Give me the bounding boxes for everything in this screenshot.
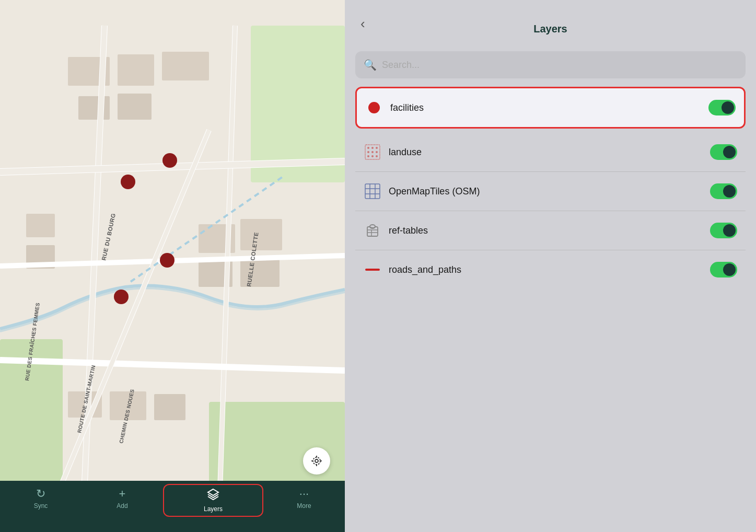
- svg-point-58: [370, 225, 375, 228]
- svg-point-49: [371, 155, 374, 157]
- layer-item-ref-tables[interactable]: ref-tables: [355, 211, 746, 250]
- svg-point-44: [376, 147, 378, 149]
- add-icon: +: [119, 488, 126, 500]
- sync-icon: ↻: [36, 488, 45, 500]
- ref-tables-label: ref-tables: [389, 225, 703, 236]
- toolbar-sync-label: Sync: [34, 502, 48, 510]
- map-toolbar: ↻ Sync + Add Layers ··· More: [0, 481, 345, 532]
- roads-label: roads_and_paths: [389, 264, 703, 275]
- svg-point-42: [367, 147, 369, 149]
- layer-item-facilities[interactable]: facilities: [355, 87, 746, 129]
- toolbar-item-sync[interactable]: ↻ Sync: [0, 488, 82, 510]
- toolbar-item-layers[interactable]: Layers: [163, 484, 263, 517]
- layers-icon: [207, 488, 219, 503]
- toolbar-more-label: More: [297, 502, 311, 510]
- svg-point-50: [376, 155, 378, 157]
- facilities-label: facilities: [390, 102, 701, 113]
- svg-rect-17: [154, 394, 185, 420]
- openmap-toggle[interactable]: [710, 183, 737, 199]
- layer-item-openmap[interactable]: OpenMapTiles (OSM): [355, 172, 746, 211]
- landuse-label: landuse: [389, 147, 703, 158]
- svg-rect-6: [162, 52, 209, 80]
- landuse-icon: [364, 143, 381, 161]
- svg-rect-13: [26, 214, 55, 237]
- more-icon: ···: [299, 488, 309, 500]
- openmap-icon: [364, 182, 381, 200]
- svg-point-43: [371, 147, 374, 149]
- svg-rect-5: [118, 54, 154, 86]
- svg-rect-7: [78, 96, 110, 120]
- facilities-toggle[interactable]: [708, 100, 736, 115]
- map-background: RUE DU BOURG RUELLE COLETTE RUE DES FRAÎ…: [0, 0, 345, 532]
- svg-rect-51: [365, 184, 380, 199]
- svg-point-48: [367, 155, 369, 157]
- roads-icon: [364, 261, 381, 279]
- facilities-icon: [365, 99, 383, 117]
- back-button[interactable]: ‹: [360, 16, 365, 32]
- map-svg: RUE DU BOURG RUELLE COLETTE RUE DES FRAÎ…: [0, 0, 345, 532]
- openmap-label: OpenMapTiles (OSM): [389, 186, 703, 197]
- toolbar-item-add[interactable]: + Add: [82, 488, 163, 510]
- layers-header: ‹ Layers: [345, 0, 756, 47]
- location-button[interactable]: [303, 447, 330, 475]
- svg-point-35: [313, 457, 320, 465]
- search-icon: 🔍: [364, 59, 377, 71]
- toolbar-layers-label: Layers: [204, 505, 223, 513]
- ref-tables-toggle[interactable]: [710, 223, 737, 238]
- toolbar-item-more[interactable]: ··· More: [263, 488, 345, 510]
- map-marker-4: [114, 290, 129, 304]
- search-placeholder: Search...: [382, 60, 420, 71]
- svg-rect-10: [240, 219, 282, 250]
- layers-panel: ‹ Layers 🔍 Search... facilities: [345, 0, 756, 532]
- landuse-toggle[interactable]: [710, 144, 737, 160]
- layers-list: facilities landuse: [345, 87, 756, 532]
- svg-marker-40: [208, 489, 218, 495]
- svg-point-45: [367, 151, 369, 153]
- svg-point-46: [371, 151, 374, 153]
- panel-title: Layers: [533, 23, 567, 35]
- layer-item-roads[interactable]: roads_and_paths: [355, 250, 746, 289]
- layer-item-landuse[interactable]: landuse: [355, 133, 746, 172]
- svg-point-34: [315, 459, 318, 462]
- map-marker-3: [160, 253, 175, 268]
- map-marker-2: [162, 153, 177, 168]
- map-marker-1: [121, 175, 135, 189]
- ref-tables-icon: [364, 222, 381, 239]
- search-bar[interactable]: 🔍 Search...: [355, 51, 746, 78]
- map-panel: RUE DU BOURG RUELLE COLETTE RUE DES FRAÎ…: [0, 0, 345, 532]
- svg-rect-8: [118, 94, 152, 120]
- roads-toggle[interactable]: [710, 262, 737, 277]
- toolbar-add-label: Add: [117, 502, 127, 510]
- svg-point-47: [376, 151, 378, 153]
